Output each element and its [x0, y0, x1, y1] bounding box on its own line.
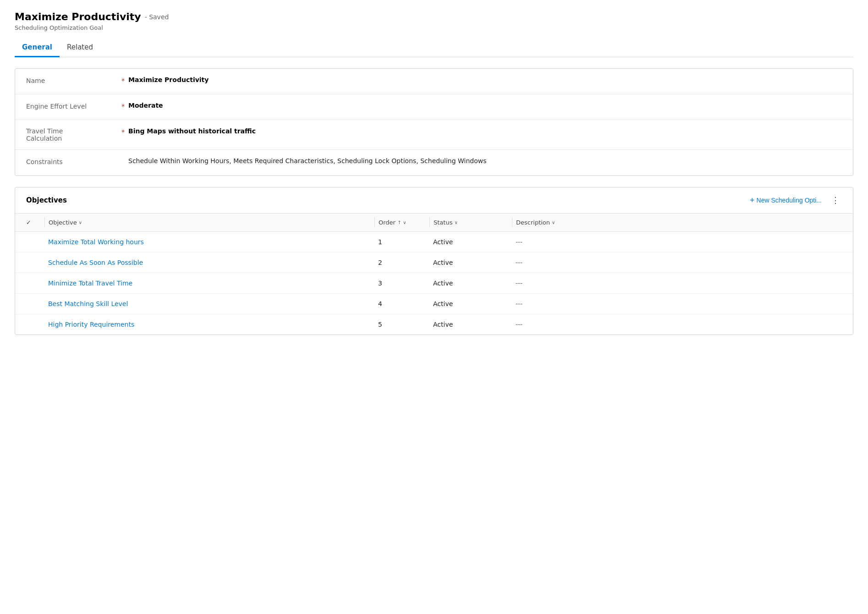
td-status-4: Active	[429, 314, 512, 334]
table-header: ✓ Objective ∨ Order ↑ ∨ Status ∨ Descrip…	[15, 214, 853, 232]
table-row[interactable]: Minimize Total Travel Time 3 Active ---	[15, 273, 853, 294]
th-status[interactable]: Status ∨	[429, 217, 512, 228]
td-order-2: 3	[374, 273, 429, 293]
th-order[interactable]: Order ↑ ∨	[374, 217, 429, 228]
value-name: Maximize Productivity	[128, 76, 209, 83]
required-star-engine: *	[121, 102, 125, 110]
td-description-0: ---	[512, 232, 842, 252]
objectives-rows: Maximize Total Working hours 1 Active --…	[15, 232, 853, 334]
plus-icon: +	[750, 196, 755, 204]
td-objective-2[interactable]: Minimize Total Travel Time	[44, 273, 374, 293]
th-status-label: Status	[434, 219, 452, 226]
td-check-0	[26, 232, 44, 252]
td-check-1	[26, 252, 44, 273]
more-options-button[interactable]: ⋮	[829, 194, 842, 207]
th-objective[interactable]: Objective ∨	[44, 217, 374, 228]
td-description-1: ---	[512, 252, 842, 273]
th-check[interactable]: ✓	[26, 217, 44, 228]
td-check-2	[26, 273, 44, 293]
objectives-header: Objectives + New Scheduling Opti... ⋮	[15, 187, 853, 214]
tab-general[interactable]: General	[15, 38, 60, 57]
required-star-name: *	[121, 76, 125, 84]
td-order-3: 4	[374, 294, 429, 314]
td-objective-1[interactable]: Schedule As Soon As Possible	[44, 252, 374, 273]
td-status-2: Active	[429, 273, 512, 293]
objectives-section: Objectives + New Scheduling Opti... ⋮ ✓ …	[15, 187, 853, 335]
table-row[interactable]: Schedule As Soon As Possible 2 Active --…	[15, 252, 853, 273]
label-name: Name	[26, 76, 118, 84]
th-order-label: Order	[379, 219, 396, 226]
form-section: Name * Maximize Productivity Engine Effo…	[15, 68, 853, 176]
td-description-3: ---	[512, 294, 842, 314]
th-order-sort-up: ↑	[397, 220, 401, 225]
new-scheduling-button[interactable]: + New Scheduling Opti...	[746, 194, 825, 206]
tabs: General Related	[15, 38, 853, 57]
table-row[interactable]: Maximize Total Working hours 1 Active --…	[15, 232, 853, 252]
table-row[interactable]: High Priority Requirements 5 Active ---	[15, 314, 853, 334]
form-row-constraints: Constraints * Schedule Within Working Ho…	[15, 150, 853, 175]
td-objective-0[interactable]: Maximize Total Working hours	[44, 232, 374, 252]
th-order-sort-down: ∨	[403, 220, 406, 225]
td-order-1: 2	[374, 252, 429, 273]
th-description-label: Description	[516, 219, 550, 226]
check-icon: ✓	[26, 219, 31, 226]
td-check-4	[26, 314, 44, 334]
label-travel: Travel TimeCalculation	[26, 127, 118, 142]
value-travel: Bing Maps without historical traffic	[128, 127, 256, 135]
td-description-4: ---	[512, 314, 842, 334]
th-description[interactable]: Description ∨	[512, 217, 842, 228]
form-row-name: Name * Maximize Productivity	[15, 69, 853, 94]
th-description-sort: ∨	[552, 220, 555, 225]
page-title: Maximize Productivity	[15, 11, 141, 22]
objectives-actions: + New Scheduling Opti... ⋮	[746, 194, 842, 207]
td-order-0: 1	[374, 232, 429, 252]
value-engine: Moderate	[128, 102, 163, 109]
form-row-engine: Engine Effort Level * Moderate	[15, 94, 853, 120]
form-row-travel: Travel TimeCalculation * Bing Maps witho…	[15, 120, 853, 150]
td-status-1: Active	[429, 252, 512, 273]
td-objective-3[interactable]: Best Matching Skill Level	[44, 294, 374, 314]
label-engine: Engine Effort Level	[26, 102, 118, 110]
objectives-title: Objectives	[26, 196, 67, 204]
table-row[interactable]: Best Matching Skill Level 4 Active ---	[15, 294, 853, 314]
td-check-3	[26, 294, 44, 314]
td-objective-4[interactable]: High Priority Requirements	[44, 314, 374, 334]
new-button-label: New Scheduling Opti...	[757, 197, 822, 204]
td-order-4: 5	[374, 314, 429, 334]
td-status-0: Active	[429, 232, 512, 252]
tab-related[interactable]: Related	[60, 38, 100, 57]
th-status-sort: ∨	[454, 220, 457, 225]
label-constraints: Constraints	[26, 157, 118, 165]
value-constraints: Schedule Within Working Hours, Meets Req…	[128, 157, 487, 164]
td-status-3: Active	[429, 294, 512, 314]
th-objective-sort: ∨	[79, 220, 82, 225]
saved-badge: - Saved	[145, 13, 169, 21]
page-subtitle: Scheduling Optimization Goal	[15, 24, 853, 31]
required-star-travel: *	[121, 127, 125, 136]
td-description-2: ---	[512, 273, 842, 293]
th-objective-label: Objective	[49, 219, 77, 226]
page-header: Maximize Productivity - Saved Scheduling…	[15, 11, 853, 31]
